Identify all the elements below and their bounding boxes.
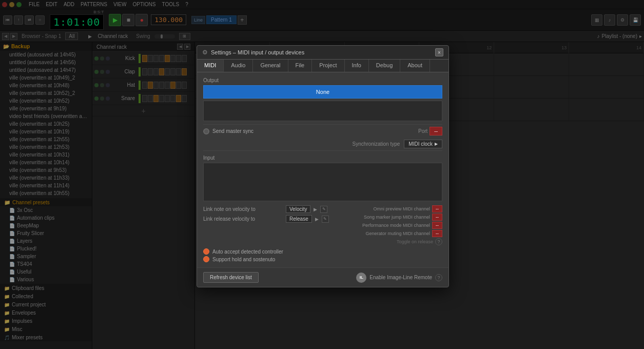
enable-remote-help-icon[interactable]: ? (435, 274, 442, 281)
omni-preview-btn[interactable]: -- (432, 205, 442, 212)
chevron-down-icon: ▶ (435, 142, 438, 146)
modal-titlebar: ⚙ Settings – MIDI input / output devices… (197, 46, 448, 60)
input-label: Input (203, 155, 442, 161)
link-note-label: Link note on velocity to (203, 206, 283, 212)
support-hold-radio[interactable] (203, 256, 209, 262)
port-label: Port (418, 128, 427, 134)
velocity-dropdown[interactable]: Velocity (286, 205, 310, 213)
release-edit-icon[interactable]: ✎ (322, 216, 329, 223)
modal-tabs: MIDI Audio General File Project Info Deb… (197, 60, 448, 72)
link-release-row: Link release velocity to Release ▶ ✎ (203, 215, 338, 223)
tab-audio[interactable]: Audio (224, 60, 253, 72)
toggle-on-release-label: Toggle on release (397, 239, 433, 244)
velocity-controls: Link note on velocity to Velocity ▶ ✎ Li… (203, 205, 338, 245)
generator-muting-row: Generator muting MIDI channel -- (342, 230, 442, 237)
release-dropdown[interactable]: Release (286, 215, 312, 223)
midi-channel-controls: Omni preview MIDI channel -- Song marker… (342, 205, 442, 245)
auto-accept-row: Auto accept detected controller (203, 248, 442, 255)
sync-type-row: Synchronization type MIDI clock ▶ (203, 138, 442, 151)
generator-muting-label: Generator muting MIDI channel (365, 231, 430, 236)
modal-close-button[interactable]: × (435, 48, 443, 56)
modal-footer: Refresh device list IL Enable Image-Line… (197, 267, 448, 287)
omni-preview-label: Omni preview MIDI channel (373, 206, 430, 211)
toggle-on-release-row: Toggle on release ? (342, 238, 442, 245)
velocity-edit-icon[interactable]: ✎ (320, 206, 327, 213)
toggle-help-icon[interactable]: ? (435, 238, 442, 245)
omni-preview-row: Omni preview MIDI channel -- (342, 205, 442, 212)
modal-overlay: ⚙ Settings – MIDI input / output devices… (0, 0, 644, 349)
arrow-icon: ▶ (314, 207, 317, 212)
input-controls: Link note on velocity to Velocity ▶ ✎ Li… (203, 205, 442, 245)
song-marker-row: Song marker jump MIDI channel -- (342, 214, 442, 221)
generator-muting-btn[interactable]: -- (432, 230, 442, 237)
modal-body: Output None Send master sync Port -- (197, 72, 448, 267)
support-hold-row: Support hold and sostenuto (203, 256, 442, 262)
tab-about[interactable]: About (400, 60, 430, 72)
input-section: Input Link note on velocity to Velocity … (203, 155, 442, 262)
send-master-sync-radio[interactable] (203, 128, 209, 134)
tab-midi[interactable]: MIDI (197, 60, 224, 72)
modal-title: ⚙ Settings – MIDI input / output devices (202, 49, 304, 56)
output-list-area (203, 101, 442, 121)
auto-accept-label: Auto accept detected controller (212, 249, 283, 255)
output-label: Output (203, 77, 442, 83)
settings-icon: ⚙ (202, 49, 208, 56)
tab-file[interactable]: File (288, 60, 313, 72)
input-list-area (203, 163, 442, 201)
song-marker-label: Song marker jump MIDI channel (364, 215, 430, 220)
tab-info[interactable]: Info (345, 60, 369, 72)
output-dropdown[interactable]: None (203, 85, 442, 99)
link-release-label: Link release velocity to (203, 216, 283, 222)
support-hold-label: Support hold and sostenuto (212, 257, 275, 262)
enable-remote-label: Enable Image-Line Remote (369, 275, 432, 280)
tab-project[interactable]: Project (312, 60, 344, 72)
auto-accept-radio[interactable] (203, 248, 209, 255)
sync-row: Send master sync Port -- (203, 124, 442, 138)
sync-type-label: Synchronization type (352, 141, 400, 147)
il-logo-icon: IL (356, 273, 366, 283)
link-note-row: Link note on velocity to Velocity ▶ ✎ (203, 205, 338, 213)
song-marker-btn[interactable]: -- (432, 214, 442, 221)
output-section: Output None Send master sync Port -- (203, 77, 442, 151)
arrow-icon-2: ▶ (315, 217, 319, 222)
tab-debug[interactable]: Debug (369, 60, 400, 72)
performance-btn[interactable]: -- (432, 222, 442, 229)
tab-general[interactable]: General (253, 60, 288, 72)
refresh-device-list-button[interactable]: Refresh device list (203, 272, 259, 283)
performance-mode-label: Performance mode MIDI channel (362, 223, 430, 228)
sync-type-dropdown[interactable]: MIDI clock ▶ (404, 140, 442, 148)
send-master-sync-label: Send master sync (212, 128, 253, 134)
port-button[interactable]: -- (430, 127, 442, 135)
enable-image-line-remote-row: IL Enable Image-Line Remote ? (356, 273, 442, 283)
settings-modal: ⚙ Settings – MIDI input / output devices… (197, 45, 449, 287)
performance-mode-row: Performance mode MIDI channel -- (342, 222, 442, 229)
